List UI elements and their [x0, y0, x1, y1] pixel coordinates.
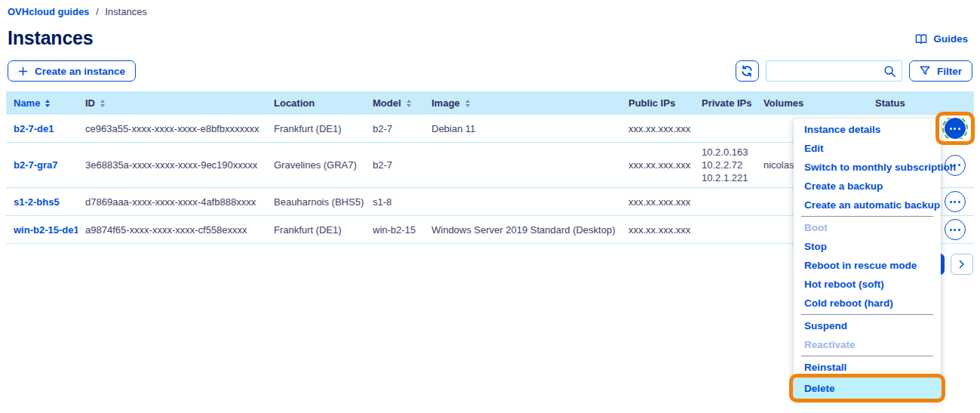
cell-image: Debian 11: [424, 122, 621, 135]
cell-model: b2-7: [365, 122, 424, 135]
search-input[interactable]: [766, 61, 926, 81]
cell-location: Gravelines (GRA7): [266, 159, 365, 171]
row-actions-button[interactable]: [945, 219, 966, 240]
instance-name-link-s1-2-bhs5[interactable]: s1-2-bhs5: [14, 196, 60, 208]
toolbar: Create an instance Filter: [8, 60, 972, 82]
cell-model: win-b2-15: [365, 223, 424, 236]
cell-location: Frankfurt (DE1): [266, 122, 365, 135]
column-header-private-ips[interactable]: Private IPs: [694, 97, 756, 109]
cell-id: a9874f65-xxxx-xxxx-xxxx-cf558exxxx: [78, 223, 266, 236]
sort-icon[interactable]: [100, 100, 105, 107]
menu-item-switch-to-monthly-subscription[interactable]: Switch to monthly subscription: [794, 158, 941, 177]
column-header-label: ID: [85, 97, 95, 109]
cell-model: b2-7: [365, 159, 424, 171]
pagination-next-button[interactable]: [951, 254, 973, 275]
create-instance-label: Create an instance: [35, 66, 125, 77]
menu-item-reactivate[interactable]: Reactivate: [794, 335, 941, 354]
instances-page: OVHcloud guides / Instances Instances Gu…: [0, 0, 980, 413]
menu-item-stop[interactable]: Stop: [794, 237, 941, 256]
chevron-right-icon: [959, 260, 965, 269]
cell-public-ips: xxx.xx.xxx.xxx: [621, 122, 694, 135]
sort-icon[interactable]: [407, 100, 411, 107]
column-header-label: Private IPs: [702, 97, 752, 109]
instance-name-link-b2-7-gra7[interactable]: b2-7-gra7: [14, 159, 58, 171]
refresh-button[interactable]: [736, 60, 759, 82]
cell-id: 3e68835a-xxxx-xxxx-xxxx-9ec190xxxxx: [78, 159, 266, 171]
menu-item-boot[interactable]: Boot: [794, 218, 941, 237]
instance-actions-menu: Instance detailsEditSwitch to monthly su…: [794, 119, 941, 399]
instance-name-link-win-b2-15-de1[interactable]: win-b2-15-de1: [14, 224, 78, 236]
cell-location: Beauharnois (BHS5): [266, 196, 365, 208]
refresh-icon: [741, 65, 753, 77]
menu-item-hot-reboot-soft[interactable]: Hot reboot (soft): [794, 275, 941, 294]
menu-item-create-an-automatic-backup[interactable]: Create an automatic backup: [794, 196, 941, 214]
breadcrumb-current: Instances: [105, 6, 147, 17]
menu-item-instance-details[interactable]: Instance details: [794, 120, 941, 139]
column-header-label: Image: [432, 97, 460, 109]
breadcrumb: OVHcloud guides / Instances: [8, 6, 147, 17]
menu-divider: [801, 314, 933, 315]
column-header-image[interactable]: Image: [424, 97, 621, 109]
guides-link[interactable]: Guides: [914, 33, 968, 45]
instance-name-link-b2-7-de1[interactable]: b2-7-de1: [14, 123, 54, 134]
filter-label: Filter: [937, 66, 962, 77]
cell-id: ce963a55-xxxx-xxxx-xxxx-e8bfbxxxxxxx: [78, 122, 266, 135]
column-header-label: Model: [373, 97, 401, 109]
breadcrumb-separator: /: [96, 6, 99, 17]
cell-image: Windows Server 2019 Standard (Desktop): [424, 223, 621, 236]
search-box: [766, 60, 902, 82]
column-header-public-ips[interactable]: Public IPs: [621, 97, 694, 109]
cell-public-ips: xxx.xx.xxx.xxx: [621, 223, 694, 236]
column-header-label: Location: [274, 97, 315, 109]
column-header-label: Public IPs: [628, 97, 675, 109]
column-header-label: Name: [14, 97, 40, 109]
cell-private-ips: 10.2.0.16310.2.2.7210.2.1.221: [694, 146, 756, 184]
menu-item-delete[interactable]: Delete: [794, 377, 941, 399]
column-header-label: Status: [875, 97, 905, 109]
row-actions-button[interactable]: [945, 191, 966, 212]
column-header-label: Volumes: [763, 97, 803, 109]
menu-divider: [801, 216, 933, 217]
sort-icon[interactable]: [45, 100, 50, 107]
sort-icon[interactable]: [465, 100, 470, 107]
table-header-row: Name ID Location Model Image Public IPs …: [6, 91, 974, 115]
plus-icon: [18, 66, 28, 76]
breadcrumb-link-ovhcloud-guides[interactable]: OVHcloud guides: [8, 6, 89, 17]
column-header-name[interactable]: Name: [6, 97, 78, 109]
column-header-model[interactable]: Model: [365, 97, 424, 109]
page-title: Instances: [8, 27, 94, 49]
cell-model: s1-8: [365, 196, 424, 208]
column-header-status[interactable]: Status: [868, 97, 935, 109]
menu-item-edit[interactable]: Edit: [794, 139, 941, 158]
row-actions-button[interactable]: [945, 118, 966, 139]
book-icon: [914, 34, 928, 45]
menu-item-reboot-in-rescue-mode[interactable]: Reboot in rescue mode: [794, 256, 941, 275]
create-instance-button[interactable]: Create an instance: [8, 60, 136, 82]
column-header-id[interactable]: ID: [78, 97, 266, 109]
cell-location: Frankfurt (DE1): [266, 223, 365, 236]
menu-item-create-a-backup[interactable]: Create a backup: [794, 177, 941, 196]
menu-item-suspend[interactable]: Suspend: [794, 316, 941, 335]
cell-public-ips: xxx.xx.xxx.xxx: [621, 159, 694, 171]
cell-public-ips: xxx.xx.xxx.xxx: [621, 196, 694, 208]
column-header-volumes[interactable]: Volumes: [756, 97, 868, 109]
cell-id: d7869aaa-xxxx-xxxx-xxxx-4afb888xxxx: [78, 196, 266, 208]
guides-label: Guides: [933, 33, 968, 45]
column-header-location[interactable]: Location: [266, 97, 365, 109]
menu-item-cold-reboot-hard[interactable]: Cold reboot (hard): [794, 294, 941, 313]
menu-item-reinstall[interactable]: Reinstall: [794, 358, 941, 377]
menu-divider: [801, 356, 933, 356]
